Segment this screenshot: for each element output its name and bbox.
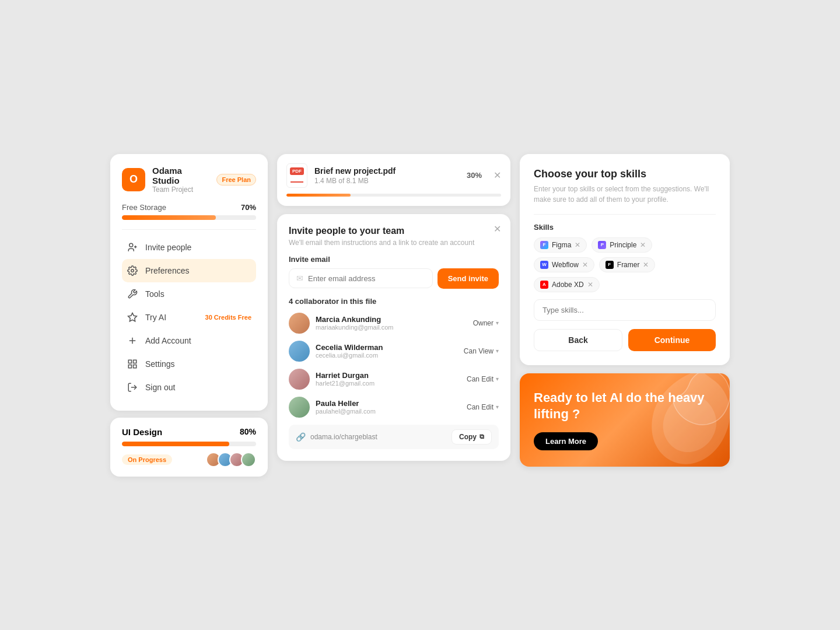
invite-close-button[interactable]: ✕ (494, 223, 501, 235)
webflow-icon: W (540, 261, 548, 269)
skill-tag-webflow: W Webflow ✕ (534, 257, 594, 272)
collab-avatar-2 (289, 369, 310, 390)
sidebar-item-add-account[interactable]: Add Account (122, 329, 256, 352)
collab-role-label-0: Owner (473, 319, 494, 327)
collaborators-title: 4 collaborator in this file (289, 297, 499, 306)
collab-email-1: cecelia.ui@gmail.com (316, 352, 458, 359)
upload-percentage: 30% (467, 171, 482, 180)
svg-point-0 (130, 243, 133, 247)
collab-role-3[interactable]: Can Edit ▾ (467, 403, 499, 411)
project-footer: On Progress (122, 452, 256, 467)
collab-role-2[interactable]: Can Edit ▾ (467, 375, 499, 383)
sidebar-label-invite: Invite people (145, 243, 191, 252)
figma-icon: F (540, 241, 548, 249)
free-plan-badge: Free Plan (216, 174, 256, 186)
collab-info-0: Marcia Ankunding mariaakunding@gmail.com (316, 315, 467, 331)
skill-tag-framer: F Framer ✕ (599, 257, 656, 272)
skills-actions: Back Continue (534, 329, 716, 351)
sidebar-label-tools: Tools (145, 289, 164, 299)
email-input[interactable] (308, 274, 425, 283)
collab-name-3: Paula Heller (316, 399, 461, 408)
storage-percentage: 70% (241, 203, 256, 212)
on-progress-badge: On Progress (122, 454, 172, 465)
adobe-xd-icon: A (540, 281, 548, 289)
principle-remove-button[interactable]: ✕ (640, 241, 646, 249)
share-link-row: 🔗 odama.io/chargeblast Copy ⧉ (289, 425, 499, 449)
svg-rect-9 (134, 365, 136, 368)
skills-card: Choose your top skills Enter your top sk… (520, 154, 730, 365)
ai-banner-text: Ready to let AI do the heavy lifting ? L… (534, 390, 716, 450)
adobe-xd-label: Adobe XD (552, 281, 584, 289)
sidebar-item-try-ai[interactable]: Try AI 30 Credits Free (122, 306, 256, 329)
sidebar-label-add-account: Add Account (145, 336, 191, 345)
storage-header: Free Storage 70% (122, 203, 256, 212)
sidebar-item-settings[interactable]: Settings (122, 352, 256, 376)
invite-input-wrapper: ✉ (289, 268, 433, 288)
collab-info-1: Cecelia Wilderman cecelia.ui@gmail.com (316, 343, 458, 359)
copy-link-button[interactable]: Copy ⧉ (452, 429, 492, 444)
skill-tag-figma: F Figma ✕ (534, 237, 587, 253)
framer-label: Framer (617, 261, 640, 269)
figma-label: Figma (552, 241, 571, 249)
collab-role-label-2: Can Edit (467, 375, 494, 383)
invite-title: Invite people to your team (289, 226, 499, 236)
svg-rect-7 (128, 360, 131, 363)
collab-avatar-0 (289, 313, 310, 334)
project-title: UI Design (122, 427, 162, 437)
collab-info-3: Paula Heller paulahel@gmail.com (316, 399, 461, 415)
sidebar-item-tools[interactable]: Tools (122, 282, 256, 306)
skills-title: Choose your top skills (534, 168, 716, 180)
upload-progress-background (286, 194, 501, 197)
skill-tag-principle: P Principle ✕ (592, 237, 652, 253)
copy-label: Copy (459, 433, 477, 441)
project-card: UI Design 80% On Progress (110, 418, 268, 477)
storage-bar-fill (122, 215, 216, 220)
back-button[interactable]: Back (534, 329, 622, 351)
sidebar-label-settings: Settings (145, 359, 175, 369)
adobe-remove-button[interactable]: ✕ (587, 281, 593, 289)
svg-rect-10 (128, 365, 131, 368)
principle-label: Principle (610, 241, 636, 249)
invite-subtitle: We'll email them instructions and a link… (289, 239, 499, 247)
storage-section: Free Storage 70% (122, 203, 256, 220)
chevron-down-icon-2: ▾ (496, 376, 499, 382)
account-card: O Odama Studio Team Project Free Plan Fr… (110, 154, 268, 411)
svg-point-3 (131, 269, 134, 272)
chevron-down-icon: ▾ (496, 320, 499, 326)
share-link-text: odama.io/chargeblast (310, 433, 447, 441)
principle-icon: P (598, 241, 606, 249)
sidebar-item-invite-people[interactable]: Invite people (122, 236, 256, 259)
webflow-remove-button[interactable]: ✕ (582, 261, 588, 269)
continue-button[interactable]: Continue (628, 329, 716, 351)
profile-name: Odama Studio (152, 166, 209, 186)
skills-input[interactable] (534, 299, 716, 321)
webflow-label: Webflow (552, 261, 579, 269)
preferences-icon (127, 265, 138, 276)
collaborator-row-3: Paula Heller paulahel@gmail.com Can Edit… (289, 397, 499, 418)
sidebar-item-preferences[interactable]: Preferences (122, 259, 256, 282)
ai-credits-badge: 30 Credits Free (205, 314, 251, 321)
invite-card: Invite people to your team We'll email t… (277, 214, 510, 461)
framer-remove-button[interactable]: ✕ (643, 261, 649, 269)
send-invite-button[interactable]: Send invite (438, 268, 499, 289)
skills-divider (534, 214, 716, 215)
upload-close-button[interactable]: ✕ (494, 170, 501, 181)
storage-bar-background (122, 215, 256, 220)
project-bar-fill (122, 442, 229, 446)
collab-info-2: Harriet Durgan harlet21@gmail.com (316, 371, 461, 387)
learn-more-button[interactable]: Learn More (534, 432, 598, 450)
collab-role-0[interactable]: Owner ▾ (473, 319, 499, 327)
project-percentage: 80% (240, 427, 256, 436)
sidebar-item-sign-out[interactable]: Sign out (122, 376, 256, 399)
upload-info: Brief new project.pdf 1.4 MB of 8.1 MB (314, 166, 460, 185)
collab-avatar-3 (289, 397, 310, 418)
skills-tags-container: F Figma ✕ P Principle ✕ W Webflow ✕ F Fr… (534, 237, 716, 292)
profile-subtitle: Team Project (152, 186, 209, 194)
middle-panel: PDF Brief new project.pdf 1.4 MB of 8.1 … (277, 154, 510, 461)
figma-remove-button[interactable]: ✕ (575, 241, 580, 249)
main-container: O Odama Studio Team Project Free Plan Fr… (87, 131, 753, 500)
collab-role-label-1: Can View (464, 347, 494, 355)
collab-role-1[interactable]: Can View ▾ (464, 347, 499, 355)
link-icon: 🔗 (296, 432, 306, 442)
chevron-down-icon-1: ▾ (496, 348, 499, 354)
